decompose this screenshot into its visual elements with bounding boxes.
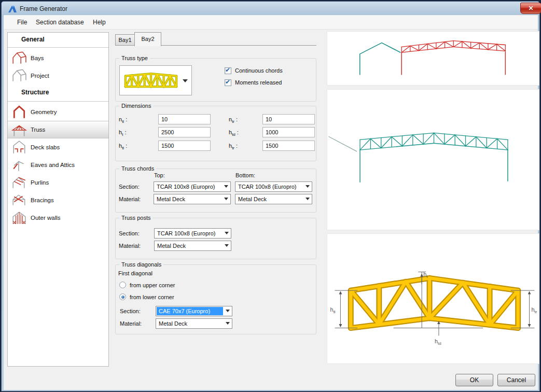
chevron-down-icon xyxy=(225,232,229,234)
field-label-ntl: ntl : xyxy=(119,116,127,124)
sidebar-item-bays[interactable]: Bays xyxy=(8,49,108,67)
sidebar-item-project[interactable]: Project xyxy=(8,67,108,85)
field-label-htl: htl : xyxy=(119,143,127,150)
chevron-down-icon xyxy=(183,79,188,82)
group-truss-posts: Truss posts xyxy=(115,218,316,259)
bays-icon xyxy=(11,51,27,65)
group-label: Truss chords xyxy=(119,165,156,172)
truss-type-thumbnail xyxy=(122,69,180,93)
project-icon xyxy=(11,68,27,83)
screen-background: Frame Generator ✕ File Section database … xyxy=(0,0,541,392)
chevron-down-icon xyxy=(224,185,228,188)
chords-bottom-material-dropdown[interactable]: Metal Deck xyxy=(235,194,312,204)
geometry-icon xyxy=(11,105,27,119)
truss-icon xyxy=(11,123,27,137)
field-label-ht: ht : xyxy=(119,129,126,137)
htl-input[interactable] xyxy=(158,141,211,151)
chevron-down-icon xyxy=(226,322,230,325)
group-label: Truss type xyxy=(119,55,150,61)
preview-panel-bays-overview xyxy=(327,31,539,86)
eaves-attics-icon xyxy=(11,158,27,172)
diagonals-material-label: Material: xyxy=(120,320,142,327)
first-diagonal-label: First diagonal xyxy=(118,270,152,276)
app-icon xyxy=(8,5,17,13)
close-button[interactable]: ✕ xyxy=(520,3,541,14)
menu-file[interactable]: File xyxy=(13,16,31,30)
ok-button[interactable]: OK xyxy=(455,374,493,386)
chevron-down-icon xyxy=(224,198,228,200)
sidebar-header-general: General xyxy=(8,36,108,43)
chords-section-label: Section: xyxy=(119,184,140,190)
group-label: Truss diagonals xyxy=(119,261,163,268)
chords-material-label: Material: xyxy=(119,196,141,202)
chords-top-section-dropdown[interactable]: TCAR 100x8 (Europro) xyxy=(154,181,231,192)
chords-top-material-dropdown[interactable]: Metal Deck xyxy=(154,194,231,204)
chords-bottom-column-label: Bottom: xyxy=(235,172,255,178)
sidebar-item-bracings[interactable]: Bracings xyxy=(8,191,108,209)
continuous-chords-checkbox[interactable] xyxy=(225,67,231,74)
diagram-label-htl: htl xyxy=(330,306,336,314)
from-upper-corner-label: from upper corner xyxy=(130,282,175,288)
diagram-label-htr: htr xyxy=(531,306,537,314)
close-icon: ✕ xyxy=(528,5,533,12)
cancel-button[interactable]: Cancel xyxy=(497,374,535,386)
field-label-htd: htd : xyxy=(229,129,239,137)
posts-material-label: Material: xyxy=(119,243,141,249)
diagonals-section-label: Section: xyxy=(120,308,141,314)
menubar: File Section database Help xyxy=(4,16,538,30)
chords-top-column-label: Top: xyxy=(154,172,165,178)
field-label-ntr: ntr : xyxy=(229,116,238,124)
bay2-frame-drawing xyxy=(327,90,539,230)
chevron-down-icon xyxy=(306,185,310,188)
preview-panel-bay2-frame xyxy=(327,89,539,230)
menu-section-database[interactable]: Section database xyxy=(32,16,88,30)
chevron-down-icon xyxy=(306,198,310,200)
chevron-down-icon xyxy=(225,244,229,247)
window-title: Frame Generator xyxy=(20,5,67,12)
posts-section-label: Section: xyxy=(119,230,140,236)
ht-input[interactable] xyxy=(158,127,211,137)
group-label: Truss posts xyxy=(119,215,152,221)
bracings-icon xyxy=(11,193,27,207)
diagram-label-htd: htd xyxy=(435,338,441,346)
sidebar-item-deck-slabs[interactable]: Deck slabs xyxy=(8,138,108,156)
sidebar-item-geometry[interactable]: Geometry xyxy=(8,103,108,121)
sidebar-header-structure: Structure xyxy=(8,89,108,96)
tab-bay2[interactable]: Bay2 xyxy=(134,32,161,46)
from-upper-corner-radio[interactable] xyxy=(119,282,126,288)
group-label: Dimensions xyxy=(119,103,153,109)
menu-help[interactable]: Help xyxy=(89,16,110,30)
purlins-icon xyxy=(11,175,27,190)
chevron-down-icon xyxy=(226,310,230,312)
moments-released-checkbox[interactable] xyxy=(225,79,231,86)
ntl-input[interactable] xyxy=(158,114,211,124)
tab-bay1[interactable]: Bay1 xyxy=(115,34,135,46)
sidebar-item-purlins[interactable]: Purlins xyxy=(8,174,108,191)
htd-input[interactable] xyxy=(262,127,315,137)
continuous-chords-label: Continuous chords xyxy=(235,67,283,74)
posts-material-dropdown[interactable]: Metal Deck xyxy=(154,241,231,251)
truss-dimension-diagram: ht htl htr htd xyxy=(327,234,539,363)
chords-bottom-section-dropdown[interactable]: TCAR 100x8 (Europro) xyxy=(235,181,312,192)
htr-input[interactable] xyxy=(262,141,315,151)
sidebar-item-outer-walls[interactable]: Outer walls xyxy=(8,209,108,227)
titlebar[interactable]: Frame Generator ✕ xyxy=(1,1,540,16)
bays-overview-drawing xyxy=(327,32,539,85)
separator xyxy=(8,47,108,48)
separator xyxy=(8,101,108,102)
sidebar: General Bays Project Structure Geometry xyxy=(7,32,109,367)
from-lower-corner-label: from lower corner xyxy=(130,294,174,300)
sidebar-item-eaves-attics[interactable]: Eaves and Attics xyxy=(8,156,108,174)
outer-walls-icon xyxy=(11,211,27,225)
deck-slabs-icon xyxy=(11,140,27,155)
sidebar-item-truss[interactable]: Truss xyxy=(8,121,108,138)
preview-panel-truss-diagram: ht htl htr htd xyxy=(327,233,539,364)
posts-section-dropdown[interactable]: TCAR 100x8 (Europro) xyxy=(154,228,231,239)
truss-type-dropdown[interactable] xyxy=(119,65,192,95)
diagonals-material-dropdown[interactable]: Metal Deck xyxy=(156,318,232,329)
diagonals-section-dropdown[interactable]: CAE 70x7 (Europro) xyxy=(156,306,232,316)
moments-released-label: Moments released xyxy=(235,79,282,86)
field-label-htr: htr : xyxy=(229,143,238,150)
ntr-input[interactable] xyxy=(262,114,315,124)
from-lower-corner-radio[interactable] xyxy=(119,293,126,300)
